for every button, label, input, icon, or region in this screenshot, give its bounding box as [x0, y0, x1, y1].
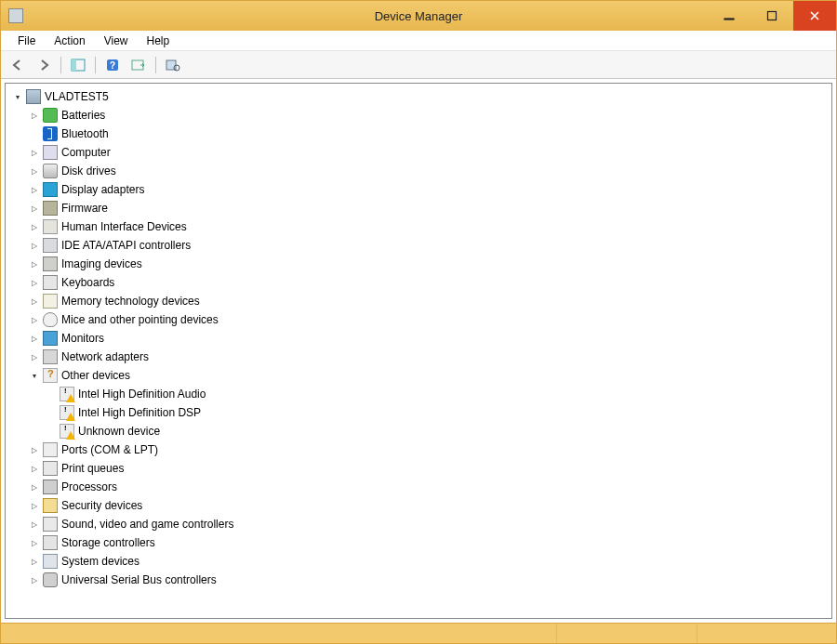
toolbar-back-button[interactable] [7, 55, 29, 75]
tree-item[interactable]: ▷Storage controllers [11, 533, 830, 552]
tree-item-label: Firmware [61, 202, 108, 215]
tree-item[interactable]: ▷Universal Serial Bus controllers [11, 571, 830, 589]
tree-item[interactable]: ▷Keyboards [11, 273, 830, 292]
chevron-right-icon[interactable]: ▷ [28, 313, 41, 326]
tree-item[interactable]: ▷Computer [11, 143, 830, 162]
tree-item[interactable]: ▷Network adapters [11, 348, 830, 366]
tree-item[interactable]: Bluetooth [11, 125, 830, 143]
tree-item[interactable]: ▷Batteries [11, 106, 830, 125]
tree-item[interactable]: Intel High Definition Audio [11, 385, 830, 403]
close-button[interactable] [793, 1, 836, 31]
menubar: File Action View Help [1, 31, 836, 51]
toolbar-help-button[interactable]: ? [101, 55, 124, 75]
disk-icon [43, 164, 58, 178]
tree-item-label: Universal Serial Bus controllers [61, 573, 217, 586]
arrow-right-icon [37, 59, 50, 71]
chevron-right-icon[interactable]: ▷ [28, 276, 41, 289]
tree-item[interactable]: Intel High Definition DSP [11, 403, 830, 422]
tree-item-label: Sound, video and game controllers [61, 518, 233, 531]
tree-item[interactable]: ▷Print queues [11, 459, 830, 478]
tree-item-label: Network adapters [61, 350, 149, 363]
tree-item[interactable]: ▷Display adapters [11, 180, 830, 199]
tree-item[interactable]: ▷Disk drives [11, 162, 830, 180]
bluetooth-icon [43, 126, 58, 141]
device-manager-window: Device Manager File Action View Help [0, 0, 837, 644]
tree-item-label: Display adapters [61, 183, 144, 196]
chevron-right-icon[interactable]: ▷ [28, 518, 41, 531]
toolbar-forward-button[interactable] [33, 55, 55, 75]
toolbar-tree-button[interactable] [67, 55, 89, 75]
tree-item[interactable]: ▷Processors [11, 478, 830, 496]
tree-item[interactable]: ▷Firmware [11, 199, 830, 217]
chevron-right-icon[interactable]: ▷ [28, 480, 41, 493]
tree-item[interactable]: ▷System devices [11, 552, 830, 571]
toolbar-separator [60, 57, 61, 73]
tree-item[interactable]: ▷Monitors [11, 329, 830, 348]
tree-item-label: Disk drives [61, 164, 116, 177]
tree-item-label: VLADTEST5 [45, 90, 109, 103]
system-icon [43, 554, 58, 569]
display-icon [43, 182, 58, 197]
tree-item-label: Intel High Definition Audio [78, 388, 206, 401]
tree-item[interactable]: ▷Human Interface Devices [11, 217, 830, 236]
chevron-right-icon[interactable]: ▷ [28, 536, 41, 549]
maximize-button[interactable] [751, 1, 793, 31]
toolbar-scan-button[interactable] [127, 55, 150, 75]
tree-item[interactable]: ▷Security devices [11, 496, 830, 515]
tree-item[interactable]: ▷IDE ATA/ATAPI controllers [11, 236, 830, 255]
monitor-icon [43, 331, 58, 346]
pc-icon [43, 145, 58, 160]
tree-item[interactable]: ▾Other devices [11, 366, 830, 385]
chevron-down-icon[interactable]: ▾ [11, 90, 24, 103]
menu-help[interactable]: Help [138, 33, 179, 49]
chevron-right-icon[interactable]: ▷ [28, 350, 41, 363]
chevron-right-icon[interactable]: ▷ [28, 239, 41, 252]
tree-item[interactable]: ▷Memory technology devices [11, 292, 830, 310]
chevron-right-icon[interactable]: ▷ [28, 295, 41, 308]
tree-item-label: Memory technology devices [61, 295, 200, 308]
chevron-right-icon[interactable]: ▷ [28, 443, 41, 456]
tree-item-label: Security devices [61, 499, 142, 512]
tree-item[interactable]: Unknown device [11, 422, 830, 440]
chevron-right-icon[interactable]: ▷ [28, 462, 41, 475]
maximize-icon [766, 10, 777, 21]
chevron-right-icon[interactable]: ▷ [28, 109, 41, 122]
tree-view[interactable]: ▾VLADTEST5▷BatteriesBluetooth▷Computer▷D… [5, 83, 832, 619]
network-icon [43, 349, 58, 364]
chevron-right-icon[interactable]: ▷ [28, 183, 41, 196]
chevron-right-icon[interactable]: ▷ [28, 146, 41, 159]
chevron-right-icon[interactable]: ▷ [28, 573, 41, 586]
menu-view[interactable]: View [95, 33, 138, 49]
chevron-right-icon[interactable]: ▷ [28, 555, 41, 568]
minimize-button[interactable] [708, 1, 751, 31]
menu-action[interactable]: Action [45, 33, 94, 49]
tree-item-label: Unknown device [78, 425, 160, 438]
firmware-icon [43, 201, 58, 216]
tree-item-label: Imaging devices [61, 257, 142, 270]
ide-icon [43, 238, 58, 253]
svg-rect-3 [72, 59, 76, 71]
chevron-right-icon[interactable]: ▷ [28, 164, 41, 177]
chevron-right-icon[interactable]: ▷ [28, 220, 41, 233]
hid-icon [43, 219, 58, 234]
tree-item[interactable]: ▷Mice and other pointing devices [11, 310, 830, 329]
chevron-right-icon[interactable]: ▷ [28, 332, 41, 345]
tree-item-label: Storage controllers [61, 536, 155, 549]
tree-item[interactable]: ▷Imaging devices [11, 255, 830, 273]
tree-item[interactable]: ▾VLADTEST5 [11, 87, 830, 106]
chevron-right-icon[interactable]: ▷ [28, 257, 41, 270]
toolbar-view-button[interactable] [162, 55, 184, 75]
tree-item[interactable]: ▷Ports (COM & LPT) [11, 440, 830, 459]
titlebar[interactable]: Device Manager [1, 1, 836, 31]
chevron-right-icon[interactable]: ▷ [28, 499, 41, 512]
sound-icon [43, 517, 58, 532]
chevron-down-icon[interactable]: ▾ [28, 369, 41, 382]
scan-icon [131, 59, 146, 72]
tree-item-label: IDE ATA/ATAPI controllers [61, 239, 191, 252]
mouse-icon [43, 312, 58, 327]
tree-item[interactable]: ▷Sound, video and game controllers [11, 515, 830, 533]
chevron-right-icon[interactable]: ▷ [28, 202, 41, 215]
tree-item-label: Print queues [61, 462, 124, 475]
menu-file[interactable]: File [8, 33, 45, 49]
help-icon: ? [106, 59, 119, 72]
